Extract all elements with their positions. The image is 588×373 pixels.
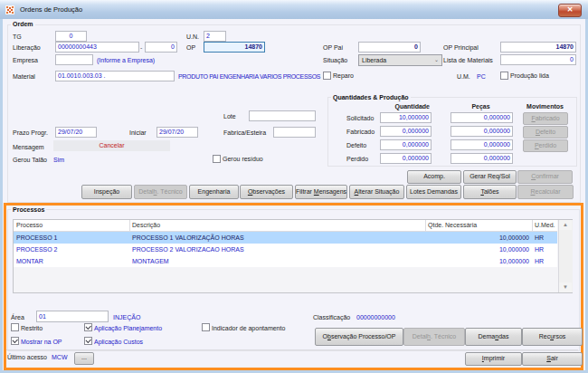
window-title: Ordens de Produção	[20, 6, 82, 14]
chevron-down-icon: ⌄	[434, 55, 439, 65]
tg-input[interactable]: 0	[55, 31, 87, 42]
recursos-button[interactable]: Recursos	[522, 328, 583, 346]
row2-processo: PROCESSO 2	[16, 246, 58, 253]
scroll-down-icon[interactable]: ▼	[559, 282, 572, 292]
detalh-tecnico-button[interactable]: Detalh. Técnico	[134, 185, 187, 199]
fabricado-pecas-input[interactable]: 0,000000	[450, 126, 513, 137]
observacoes-button[interactable]: Observações	[240, 185, 293, 199]
gerar-req-button[interactable]: Gerar Req/Sol	[463, 170, 517, 184]
footer-separator	[6, 349, 578, 350]
indicador-checkbox[interactable]	[202, 323, 210, 331]
aplicacao-custos-checkbox[interactable]	[84, 337, 92, 345]
iniciar-input[interactable]: 29/07/20	[156, 127, 198, 138]
row3-processo: MONTAR	[16, 258, 43, 265]
area-input[interactable]: 01	[36, 311, 109, 322]
fabrica-esteira-label: Fabrica/Esteira	[223, 129, 266, 137]
reparo-checkbox[interactable]	[323, 72, 331, 80]
th-processo[interactable]: Processo	[16, 222, 43, 229]
op-principal-label: OP Principal	[443, 44, 479, 52]
recalcular-button[interactable]: Recalcular	[517, 185, 574, 199]
alterar-situacao-button[interactable]: Alterar Situação	[349, 185, 404, 199]
producao-lida-checkbox[interactable]	[500, 72, 508, 80]
inspecao-button[interactable]: Inspeção	[81, 185, 132, 199]
demandas-button[interactable]: Demandas	[465, 328, 522, 346]
empresa-input[interactable]	[55, 54, 93, 65]
op-pai-input[interactable]: 0	[358, 42, 421, 53]
classificacao-value: 00000000000	[356, 314, 395, 321]
empresa-hint: (Informe a Empresa)	[97, 57, 155, 64]
aplicacao-planejamento-label: Aplicação Planejamento	[94, 325, 162, 332]
aplicacao-planejamento-checkbox[interactable]	[84, 323, 92, 331]
row1-processo: PROCESSO 1	[16, 234, 58, 242]
ordem-legend: Ordem	[11, 21, 35, 28]
table-scrollbar[interactable]	[558, 220, 573, 292]
mensagem-label: Mensagem	[13, 144, 44, 151]
observacao-processo-button[interactable]: Observação Processo/OP	[315, 328, 403, 346]
fabricado-qtd-input[interactable]: 0,000000	[380, 126, 432, 137]
lista-materiais-input[interactable]: 0	[500, 54, 576, 65]
col-quantidade: Quantidade	[380, 103, 430, 110]
table-row-1[interactable]: PROCESSO 1 PROCESSO 1 VALORIZAÇÃO HORAS …	[14, 232, 557, 244]
detalh-tecnico2-button[interactable]: Detalh. Técnico	[403, 328, 465, 346]
mensagem-value: Cancelar	[53, 140, 170, 151]
area-label: Área	[11, 314, 24, 321]
lotes-demandas-button[interactable]: Lotes Demandas	[406, 185, 461, 199]
filtrar-mensagens-button[interactable]: Filtrar Mensagens	[295, 185, 347, 199]
acomp-button[interactable]: Acomp.	[407, 170, 461, 184]
material-desc: PRODUTO PAI ENGENHARIA VARIOS PROCESSOS	[178, 73, 320, 81]
taloes-button[interactable]: Talões	[463, 185, 517, 199]
liberacao2-input[interactable]: 0	[145, 42, 177, 53]
imprimir-button[interactable]: Imprimir	[465, 352, 522, 366]
lote-input[interactable]	[249, 110, 316, 121]
material-input[interactable]: 01.0010.003.03 .	[55, 71, 175, 81]
solicitado-qtd-input[interactable]: 10,000000	[380, 112, 432, 123]
un-label: U.N.	[186, 33, 199, 41]
mensagem-field: Cancelar	[53, 140, 170, 151]
fabricado-label: Fabricado	[346, 129, 375, 136]
defeito-pecas-input[interactable]: 0,000000	[450, 139, 513, 150]
liberacao-input[interactable]: 00000000443	[55, 42, 139, 53]
gerou-residuo-label: Gerou resíduo	[223, 156, 263, 163]
col-sep-2	[425, 220, 426, 231]
dots-button[interactable]: ...	[74, 352, 94, 365]
col-sep-3	[532, 220, 533, 231]
op-input[interactable]: 14870	[204, 42, 265, 53]
op-principal-input[interactable]: 14870	[500, 42, 576, 53]
app-icon	[5, 5, 14, 14]
restrito-checkbox[interactable]	[11, 323, 19, 331]
perdido-qtd-input[interactable]: 0,000000	[380, 153, 432, 164]
gerou-residuo-checkbox[interactable]	[213, 155, 221, 163]
perdido-pecas-input[interactable]: 0,000000	[450, 153, 513, 164]
mov-perdido-button[interactable]: Perdido	[523, 139, 568, 152]
defeito-label: Defeito	[346, 142, 366, 149]
row1-descricao: PROCESSO 1 VALORIZAÇÃO HORAS	[132, 234, 244, 242]
prazo-input[interactable]: 29/07/20	[55, 127, 97, 138]
mov-defeito-button[interactable]: Defeito	[523, 126, 568, 139]
gerou-talao-label: Gerou Talão	[13, 157, 47, 164]
th-umed[interactable]: U.Med.	[535, 222, 555, 229]
material-label: Material	[13, 73, 35, 81]
solicitado-label: Solicitado	[346, 115, 374, 122]
area-desc: INJEÇÃO	[113, 314, 140, 321]
scroll-up-icon[interactable]: ▲	[559, 220, 572, 230]
close-button[interactable]: ✕	[558, 4, 582, 17]
table-row-3[interactable]: MONTAR MONTAGEM 10,000000 HR	[14, 255, 557, 267]
mov-fabricado-button[interactable]: Fabricado	[523, 112, 568, 125]
fabrica-esteira-input[interactable]	[273, 127, 316, 138]
engenharia-button[interactable]: Engenharia	[189, 185, 239, 199]
liberacao-separator: -	[140, 44, 142, 52]
un-input[interactable]: 2	[204, 31, 226, 42]
solicitado-pecas-input[interactable]: 0,000000	[450, 112, 513, 123]
situacao-label: Situação	[323, 57, 347, 64]
um-label: U.M.	[457, 73, 470, 81]
th-descricao[interactable]: Descrição	[132, 222, 160, 229]
table-row-2[interactable]: PROCESSO 2 PROCESSO 2 VALORIZACAO HORAS …	[14, 244, 557, 255]
th-qtde[interactable]: Qtde. Necessária	[428, 222, 477, 229]
mostrar-op-checkbox[interactable]	[11, 337, 19, 345]
col-sep-1	[129, 220, 130, 231]
sair-button[interactable]: Sair	[522, 352, 583, 366]
situacao-select[interactable]: Liberada ⌄	[358, 54, 442, 66]
ultimo-acesso-label: Último acesso	[7, 354, 47, 361]
defeito-qtd-input[interactable]: 0,000000	[380, 139, 432, 150]
confirmar-button[interactable]: Confirmar	[517, 170, 573, 184]
